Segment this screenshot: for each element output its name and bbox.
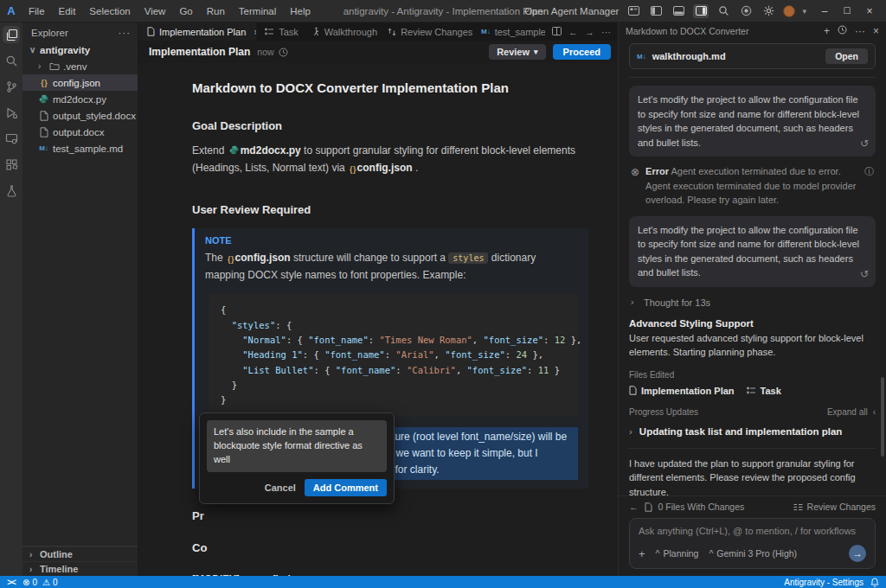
toggle-bottom-panel-icon[interactable]	[671, 4, 686, 18]
toggle-left-panel-icon[interactable]	[648, 4, 664, 18]
statusbar-settings-label[interactable]: Antigravity - Settings	[784, 578, 864, 587]
file-tree: ∨ antigravity › .venv { } config.json md…	[22, 42, 138, 546]
expand-all-button[interactable]: Expand all‹	[827, 407, 876, 417]
proceed-button[interactable]: Proceed	[553, 44, 611, 60]
history-clock-icon[interactable]	[838, 25, 847, 37]
model-dropdown[interactable]: ^Gemini 3 Pro (High)	[709, 548, 797, 559]
app-window: A antigravity - Antigravity - Implementa…	[0, 0, 886, 588]
user-message-bubble: Let's modify the project to allow the co…	[629, 86, 876, 157]
menu-run[interactable]: Run	[201, 3, 231, 19]
tab-walkthrough[interactable]: Walkthrough	[304, 22, 379, 41]
tree-item-md2docx-py[interactable]: md2docx.py	[22, 91, 138, 107]
run-debug-icon[interactable]	[3, 104, 20, 121]
retry-icon[interactable]: ↺	[860, 266, 869, 282]
minimize-button[interactable]: –	[813, 5, 836, 17]
add-comment-button[interactable]: Add Comment	[305, 479, 387, 496]
nav-forward-icon[interactable]: →	[585, 27, 594, 37]
menu-edit[interactable]: Edit	[53, 3, 82, 19]
user-avatar[interactable]	[783, 5, 795, 17]
send-button[interactable]: →	[849, 545, 866, 562]
remote-indicator-icon[interactable]: ><	[0, 578, 22, 587]
tree-item-test-sample-md[interactable]: M↓ test_sample.md	[22, 140, 138, 157]
panel-scrollbar[interactable]	[881, 377, 884, 457]
tree-item-config-json[interactable]: { } config.json	[22, 74, 138, 91]
menu-view[interactable]: View	[138, 3, 172, 19]
edited-file-implementation-plan[interactable]: Implementation Plan	[629, 386, 735, 396]
copilot-icon[interactable]	[738, 4, 754, 18]
source-control-icon[interactable]	[3, 78, 20, 95]
tree-root-antigravity[interactable]: ∨ antigravity	[22, 42, 138, 58]
tab-review-changes[interactable]: Review Changes	[379, 22, 472, 41]
edited-file-task[interactable]: Task	[747, 386, 781, 396]
thought-toggle[interactable]: › Thought for 13s	[631, 297, 874, 308]
settings-gear-icon[interactable]	[761, 4, 776, 18]
md2docx-file-chip[interactable]: md2docx.py	[228, 144, 301, 157]
doc-timestamp: now	[257, 47, 273, 57]
agent-manager-icon[interactable]	[626, 4, 641, 18]
mode-dropdown[interactable]: ^Planning	[656, 548, 699, 559]
remote-explorer-icon[interactable]	[3, 130, 20, 147]
menu-help[interactable]: Help	[284, 3, 317, 19]
cancel-button[interactable]: Cancel	[265, 483, 296, 493]
review-changes-icon	[793, 503, 803, 511]
menu-terminal[interactable]: Terminal	[233, 3, 282, 19]
outline-section[interactable]: › Outline	[22, 546, 138, 561]
explorer-more-icon[interactable]: ···	[119, 28, 132, 38]
extensions-icon[interactable]	[3, 156, 20, 173]
config-file-chip[interactable]: { }config.json	[348, 162, 413, 174]
conversation-scroll[interactable]: M↓ walkthrough.md Open Let's modify the …	[619, 40, 886, 495]
search-sidebar-icon[interactable]	[3, 52, 20, 69]
toggle-right-panel-icon[interactable]	[693, 4, 709, 18]
split-editor-icon[interactable]	[552, 27, 562, 37]
review-button[interactable]: Review▾	[489, 44, 545, 60]
editor-more-icon[interactable]: ···	[601, 27, 611, 37]
code-block[interactable]: { "styles": { "Normal": { "font_name": "…	[209, 294, 578, 416]
chat-input-placeholder: Ask anything (Ctrl+L), @ to mention, / f…	[639, 526, 866, 536]
plan-document[interactable]: Markdown to DOCX Converter Implementatio…	[138, 63, 618, 576]
notifications-bell-icon[interactable]	[870, 578, 879, 587]
avatar-chevron-icon[interactable]: ▾	[802, 7, 806, 16]
comment-input[interactable]: Let's also include in the sample a block…	[207, 420, 387, 472]
menu-file[interactable]: File	[22, 3, 51, 19]
warning-icon: ⚠	[42, 578, 50, 587]
config-file-chip[interactable]: { }config.json	[226, 252, 291, 264]
open-agent-manager-button[interactable]: Open Agent Manager	[524, 6, 619, 16]
chat-input-box[interactable]: Ask anything (Ctrl+L), @ to mention, / f…	[629, 518, 876, 569]
tab-implementation-plan[interactable]: Implementation Plan ×	[138, 22, 256, 41]
attach-plus-icon[interactable]: +	[639, 547, 645, 560]
files-with-changes-label[interactable]: 0 Files With Changes	[658, 502, 745, 512]
timeline-section[interactable]: › Timeline	[22, 561, 138, 576]
review-changes-button[interactable]: Review Changes	[793, 502, 876, 512]
collapse-changes-icon[interactable]: ←	[629, 502, 639, 512]
error-icon: ⊗	[22, 578, 29, 587]
tree-item-output-styled-docx[interactable]: output_styled.docx	[22, 107, 138, 124]
progress-updates-label: Progress Updates	[629, 407, 698, 417]
errors-indicator[interactable]: ⊗0 ⚠0	[22, 578, 57, 587]
tab-task[interactable]: Task	[256, 22, 304, 41]
maximize-button[interactable]: ☐	[836, 6, 858, 16]
info-icon[interactable]: ⓘ	[864, 164, 874, 208]
tree-item-output-docx[interactable]: output.docx	[22, 124, 138, 140]
config-file-chip[interactable]: { }config.json	[245, 573, 310, 576]
markdown-icon: M↓	[481, 28, 491, 35]
styles-code-chip: styles	[448, 252, 488, 264]
menu-go[interactable]: Go	[173, 3, 198, 19]
chevron-right-icon: ›	[29, 565, 36, 574]
explorer-icon[interactable]	[3, 26, 20, 43]
progress-item[interactable]: › Updating task list and implementation …	[629, 426, 876, 437]
tree-item-venv[interactable]: › .venv	[22, 58, 138, 74]
testing-icon[interactable]	[3, 182, 20, 199]
tab-test-sample[interactable]: M↓ test_sample.md	[472, 22, 545, 41]
panel-close-icon[interactable]: ×	[873, 25, 879, 37]
window-controls: – ☐ ×	[813, 5, 881, 17]
search-icon[interactable]	[716, 4, 731, 18]
panel-more-icon[interactable]: ···	[855, 25, 865, 37]
nav-back-icon[interactable]: ←	[568, 27, 578, 37]
title-bar: A antigravity - Antigravity - Implementa…	[0, 0, 886, 22]
walkthrough-file-card[interactable]: M↓ walkthrough.md Open	[629, 43, 876, 69]
menu-selection[interactable]: Selection	[83, 3, 136, 19]
close-window-button[interactable]: ×	[858, 5, 881, 17]
open-walkthrough-button[interactable]: Open	[825, 48, 868, 64]
new-conversation-icon[interactable]: +	[824, 25, 830, 37]
retry-icon[interactable]: ↺	[860, 136, 869, 151]
